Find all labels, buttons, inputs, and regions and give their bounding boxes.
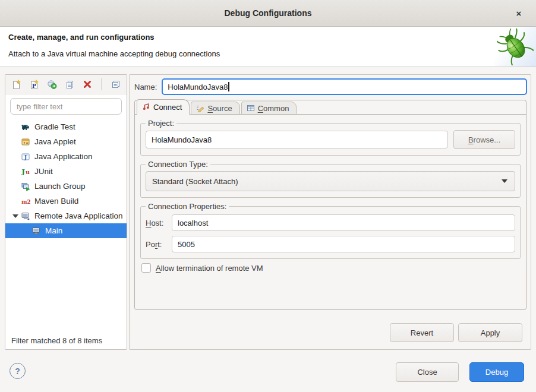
tree-item-junit[interactable]: J u JUnit: [5, 164, 127, 179]
java-applet-icon: [21, 137, 31, 147]
connection-type-dropdown[interactable]: Standard (Socket Attach): [146, 171, 515, 191]
connection-properties-group: Connection Properties: Host: Port:: [140, 202, 521, 259]
export-configurations-icon[interactable]: [45, 77, 59, 91]
remote-java-application-icon: [21, 211, 31, 221]
tab-label: Source: [207, 104, 232, 113]
java-application-icon: J: [21, 152, 31, 162]
tree-item-java-applet[interactable]: Java Applet: [5, 134, 127, 149]
collapse-all-icon[interactable]: [108, 77, 122, 91]
configurations-sidebar: P: [5, 74, 127, 350]
tree-item-label: Maven Build: [34, 197, 78, 206]
tree-item-label: Gradle Test: [34, 122, 75, 131]
filter-status: Filter matched 8 of 8 items: [11, 336, 102, 345]
svg-text:J: J: [24, 154, 27, 160]
name-input[interactable]: HolaMundoJava8: [162, 78, 527, 95]
duplicate-icon[interactable]: [62, 77, 77, 91]
name-value: HolaMundoJava8: [168, 83, 228, 91]
debug-button[interactable]: Debug: [469, 362, 524, 382]
tree-item-maven-build[interactable]: m2 Maven Build: [5, 194, 127, 208]
port-input[interactable]: [172, 236, 515, 252]
project-input[interactable]: [146, 131, 448, 148]
project-group: Project: Browse...: [140, 119, 521, 156]
text-caret: [228, 82, 229, 91]
svg-text:m2: m2: [21, 198, 30, 204]
banner-subtitle: Attach to a Java virtual machine accepti…: [8, 49, 220, 58]
connect-tab-content: Project: Browse... Connection Type: Stan…: [135, 115, 526, 273]
new-configuration-icon[interactable]: [9, 77, 23, 91]
filter-input[interactable]: [10, 98, 122, 115]
help-button[interactable]: ?: [10, 363, 26, 379]
common-icon: [247, 104, 255, 112]
allow-termination-checkbox[interactable]: [141, 263, 151, 273]
tree-item-gradle-test[interactable]: Gradle Test: [5, 119, 127, 134]
titlebar: Debug Configurations ×: [0, 0, 536, 27]
tree-item-label: JUnit: [34, 167, 53, 176]
tab-common[interactable]: Common: [241, 102, 297, 114]
svg-text:P: P: [32, 83, 36, 88]
window-title: Debug Configurations: [225, 8, 312, 18]
tree-item-remote-java-application[interactable]: Remote Java Application: [5, 208, 127, 223]
port-label: Port:: [146, 240, 172, 249]
expander-icon[interactable]: [10, 214, 21, 218]
debug-bug-icon: [494, 27, 536, 67]
connection-properties-legend: Connection Properties:: [146, 202, 229, 211]
close-window-icon[interactable]: ×: [512, 7, 525, 20]
banner-title: Create, manage, and run configurations: [8, 33, 155, 42]
configuration-tree: Gradle Test Java Applet J Ja: [5, 119, 127, 238]
tab-connect[interactable]: Connect: [137, 99, 190, 115]
tree-item-main[interactable]: Main: [5, 223, 127, 238]
sidebar-toolbar: P: [5, 75, 127, 94]
connect-icon: [142, 103, 150, 111]
connection-type-legend: Connection Type:: [146, 160, 210, 169]
revert-button[interactable]: Revert: [390, 323, 454, 342]
allow-termination-row: Allow termination of remote VM: [141, 263, 521, 273]
toolbar-separator: [101, 78, 102, 90]
source-icon: [196, 104, 204, 112]
project-legend: Project:: [146, 119, 176, 128]
svg-text:u: u: [26, 169, 30, 175]
connection-type-value: Standard (Socket Attach): [152, 177, 238, 186]
svg-text:J: J: [21, 167, 25, 176]
tab-source[interactable]: Source: [191, 102, 239, 114]
tree-item-label: Main: [45, 226, 62, 235]
launch-group-icon: [21, 182, 31, 191]
tree-item-java-application[interactable]: J Java Application: [5, 149, 127, 164]
tree-item-label: Java Application: [34, 152, 93, 161]
configuration-detail-panel: Name: HolaMundoJava8 Connect: [129, 74, 531, 350]
tree-item-label: Remote Java Application: [34, 211, 123, 220]
new-prototype-icon[interactable]: P: [27, 77, 41, 91]
tree-item-label: Java Applet: [34, 137, 76, 146]
chevron-down-icon: [502, 179, 507, 183]
maven-icon: m2: [21, 197, 31, 206]
gradle-icon: [21, 122, 31, 132]
junit-icon: J u: [21, 167, 31, 176]
tab-label: Connect: [153, 103, 182, 112]
tab-label: Common: [258, 104, 289, 113]
filter-box: [10, 98, 122, 115]
host-input[interactable]: [172, 214, 515, 231]
name-row: Name: HolaMundoJava8: [133, 78, 527, 96]
name-label: Name:: [134, 83, 157, 91]
tab-folder: Connect Source: [134, 100, 526, 310]
host-label: Host:: [146, 219, 172, 227]
header-banner: Create, manage, and run configurations A…: [0, 27, 536, 67]
connection-type-group: Connection Type: Standard (Socket Attach…: [140, 160, 521, 198]
tabstrip: Connect Source: [135, 100, 526, 115]
tree-item-label: Launch Group: [34, 182, 86, 191]
delete-icon[interactable]: [80, 77, 94, 91]
remote-java-application-icon: [31, 226, 42, 236]
close-button[interactable]: Close: [396, 362, 459, 382]
browse-button[interactable]: Browse...: [453, 130, 515, 149]
allow-termination-label: Allow termination of remote VM: [156, 264, 263, 273]
tree-item-launch-group[interactable]: Launch Group: [5, 179, 127, 194]
apply-row: Revert Apply: [390, 323, 522, 342]
apply-button[interactable]: Apply: [458, 323, 522, 342]
